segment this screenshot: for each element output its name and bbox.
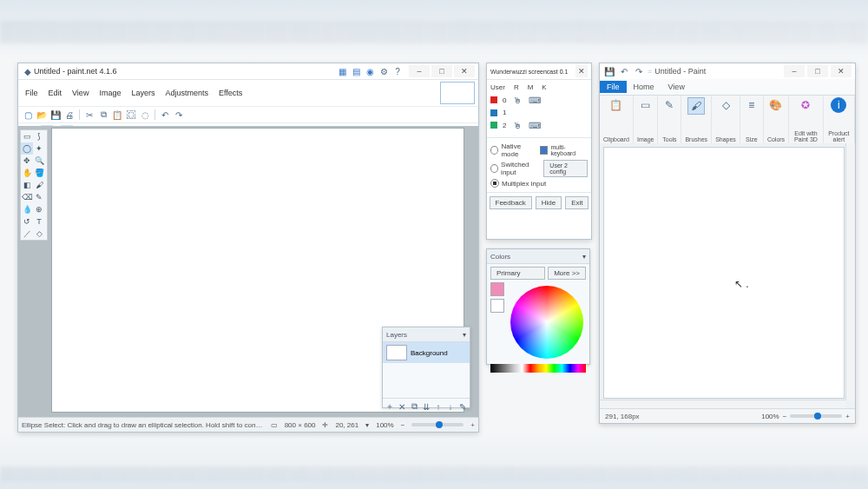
menu-layers[interactable]: Layers (128, 88, 158, 98)
ruler-icon[interactable]: ▦ (336, 65, 348, 77)
grp-brushes[interactable]: 🖌Brushes (681, 96, 712, 144)
layers-panel[interactable]: Layers ▾ Background ＋ ✕ ⧉ ⇊ ↑ ↓ ✎ (382, 327, 470, 408)
image-thumb[interactable] (440, 82, 475, 104)
save-icon[interactable]: 💾 (603, 65, 615, 77)
save-icon[interactable]: 💾 (49, 109, 62, 121)
paint-close[interactable]: ✕ (831, 65, 852, 77)
colors-panel[interactable]: Colors ▾ Primary More >> (486, 248, 590, 365)
menu-edit[interactable]: Edit (45, 88, 66, 98)
grid-icon[interactable]: ▤ (350, 65, 362, 77)
hide-btn[interactable]: Hide (536, 196, 562, 209)
tool-ellipse-select[interactable]: ◯ (21, 142, 33, 155)
zoom-in[interactable]: + (470, 421, 475, 429)
tool-text[interactable]: T (33, 215, 45, 228)
menu-image[interactable]: Image (95, 88, 124, 98)
props-layer-icon[interactable]: ✎ (457, 400, 468, 413)
opt-switched[interactable] (490, 164, 498, 173)
opt-multikbd[interactable] (540, 146, 548, 155)
tool-recolor[interactable]: ↺ (21, 215, 33, 228)
color-wheel[interactable] (510, 286, 583, 359)
zoom-slider[interactable] (411, 423, 464, 426)
merge-layer-icon[interactable]: ⇊ (421, 400, 431, 413)
layer-row[interactable]: Background (383, 342, 470, 363)
grp-3d[interactable]: ✪Edit with Paint 3D (789, 96, 824, 144)
tool-eraser[interactable]: ⌫ (21, 191, 33, 203)
down-layer-icon[interactable]: ↓ (445, 400, 456, 413)
grp-shapes[interactable]: ◇Shapes (712, 96, 740, 144)
multi-close[interactable]: ✕ (575, 65, 588, 77)
secondary-color[interactable] (490, 299, 504, 313)
close-icon[interactable]: ▾ (582, 253, 586, 261)
tab-file[interactable]: File (600, 81, 627, 93)
menu-effects[interactable]: Effects (215, 88, 246, 98)
tool-move[interactable]: ✥ (21, 155, 33, 167)
pdn-minimize[interactable]: – (409, 65, 430, 77)
v-scrollbar[interactable] (845, 143, 855, 400)
deselect-icon[interactable]: ◌ (139, 109, 151, 121)
color-mode-select[interactable]: Primary (490, 267, 545, 280)
tool-wand[interactable]: ✦ (33, 142, 45, 155)
paste-icon[interactable]: 📋 (111, 109, 123, 121)
palette-strip[interactable] (490, 364, 586, 373)
feedback-btn[interactable]: Feedback (490, 196, 532, 209)
menu-adjust[interactable]: Adjustments (161, 88, 212, 98)
grp-alert[interactable]: iProduct alert (824, 96, 855, 144)
tool-zoom[interactable]: 🔍 (33, 155, 45, 167)
grp-clipboard[interactable]: 📋Clipboard (600, 96, 634, 144)
tab-view[interactable]: View (661, 81, 692, 93)
print-icon[interactable]: 🖨 (63, 109, 76, 121)
zoom-out[interactable]: − (783, 413, 787, 420)
close-icon[interactable]: ▾ (463, 331, 466, 339)
tool-shapes[interactable]: ◇ (33, 228, 45, 240)
opt-native[interactable] (490, 146, 498, 155)
menu-view[interactable]: View (69, 88, 92, 98)
copy-icon[interactable]: ⧉ (97, 109, 109, 121)
zoom-in[interactable]: + (845, 413, 850, 420)
opt-multiplex[interactable] (490, 179, 499, 188)
crop-icon[interactable]: ⿴ (125, 109, 137, 121)
tool-lasso[interactable]: ⟆ (33, 130, 45, 142)
open-icon[interactable]: 📂 (36, 109, 48, 121)
tool-gradient[interactable]: ◧ (21, 179, 33, 191)
pdn-maximize[interactable]: □ (431, 65, 452, 77)
grp-tools[interactable]: ✎Tools (658, 96, 681, 144)
user2-config-btn[interactable]: User 2 config (543, 160, 588, 177)
menu-file[interactable]: File (22, 88, 42, 98)
redo-icon[interactable]: ↷ (173, 109, 185, 121)
exit-btn[interactable]: Exit (565, 196, 589, 209)
tab-home[interactable]: Home (627, 81, 661, 93)
tool-line[interactable]: ／ (21, 228, 33, 240)
tool-pencil[interactable]: ✎ (33, 191, 45, 203)
primary-color[interactable] (490, 282, 504, 296)
layers-title[interactable]: Layers ▾ (383, 327, 470, 342)
pixel-icon[interactable]: ◉ (364, 65, 376, 77)
tool-clone[interactable]: ⊕ (33, 203, 45, 215)
zoom-out[interactable]: − (401, 421, 405, 429)
cut-icon[interactable]: ✂ (83, 109, 95, 121)
status-unit-icon[interactable]: ▾ (365, 421, 369, 429)
tool-rect-select[interactable]: ▭ (21, 130, 33, 142)
grp-colors[interactable]: 🎨Colors (764, 96, 789, 144)
pdn-titlebar[interactable]: ◆ Untitled - paint.net 4.1.6 ▦ ▤ ◉ ⚙ ? –… (18, 63, 478, 80)
del-layer-icon[interactable]: ✕ (397, 400, 407, 413)
paint-canvas[interactable]: ↖ . (603, 147, 845, 399)
undo-icon[interactable]: ↶ (618, 65, 630, 77)
new-icon[interactable]: ▢ (22, 109, 34, 121)
user-row-2[interactable]: 2 🖱 ⌨ (490, 119, 588, 131)
undo-icon[interactable]: ↶ (159, 109, 171, 121)
paint-zoom-slider[interactable] (790, 414, 842, 418)
dup-layer-icon[interactable]: ⧉ (409, 400, 419, 413)
up-layer-icon[interactable]: ↑ (433, 400, 444, 413)
multi-titlebar[interactable]: Wunderwuzzi screencast 0.1 ✕ (487, 63, 591, 80)
paint-min[interactable]: – (784, 65, 805, 77)
grp-image[interactable]: ▭Image (634, 96, 658, 144)
color-more-btn[interactable]: More >> (548, 267, 586, 280)
tool-fill[interactable]: 🪣 (33, 167, 45, 179)
redo-icon[interactable]: ↷ (633, 65, 645, 77)
tool-brush[interactable]: 🖌 (33, 179, 45, 191)
gear-icon[interactable]: ⚙ (378, 65, 390, 77)
user-row-1[interactable]: 1 (490, 109, 588, 116)
tool-picker[interactable]: 💧 (21, 203, 33, 215)
pdn-close[interactable]: ✕ (454, 65, 475, 77)
tool-pan[interactable]: ✋ (21, 167, 33, 179)
